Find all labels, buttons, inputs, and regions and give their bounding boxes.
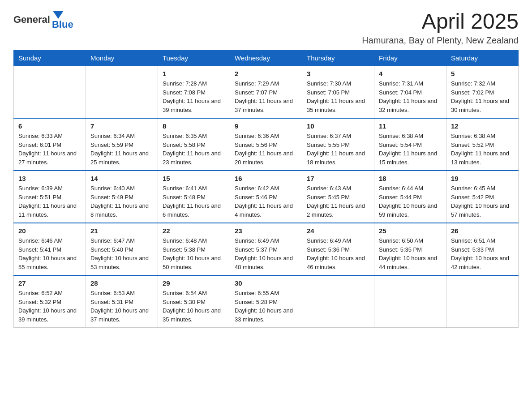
sun-info: Sunrise: 6:48 AMSunset: 5:38 PMDaylight:… bbox=[163, 236, 225, 271]
calendar-cell: 30Sunrise: 6:55 AMSunset: 5:28 PMDayligh… bbox=[230, 275, 302, 328]
calendar-cell: 19Sunrise: 6:45 AMSunset: 5:42 PMDayligh… bbox=[446, 171, 519, 223]
calendar-cell: 12Sunrise: 6:38 AMSunset: 5:52 PMDayligh… bbox=[446, 118, 519, 171]
sun-info: Sunrise: 6:38 AMSunset: 5:54 PMDaylight:… bbox=[379, 132, 442, 167]
location-subtitle: Hamurana, Bay of Plenty, New Zealand bbox=[362, 35, 519, 46]
title-section: April 2025 Hamurana, Bay of Plenty, New … bbox=[362, 9, 519, 46]
day-number: 15 bbox=[163, 175, 225, 182]
sun-info: Sunrise: 7:29 AMSunset: 7:07 PMDaylight:… bbox=[235, 79, 297, 114]
calendar-cell: 16Sunrise: 6:42 AMSunset: 5:46 PMDayligh… bbox=[230, 171, 302, 223]
calendar-header-monday: Monday bbox=[86, 51, 158, 66]
day-number: 17 bbox=[307, 175, 369, 182]
sun-info: Sunrise: 6:35 AMSunset: 5:58 PMDaylight:… bbox=[163, 132, 225, 167]
calendar-cell bbox=[14, 66, 86, 118]
day-number: 22 bbox=[163, 227, 225, 235]
calendar-cell: 6Sunrise: 6:33 AMSunset: 6:01 PMDaylight… bbox=[14, 118, 86, 171]
day-number: 27 bbox=[18, 279, 81, 287]
month-year-title: April 2025 bbox=[362, 9, 519, 34]
calendar-cell bbox=[446, 275, 519, 328]
calendar-week-row: 6Sunrise: 6:33 AMSunset: 6:01 PMDaylight… bbox=[14, 118, 519, 171]
calendar-header-row: SundayMondayTuesdayWednesdayThursdayFrid… bbox=[14, 51, 519, 66]
calendar-cell: 28Sunrise: 6:53 AMSunset: 5:31 PMDayligh… bbox=[86, 275, 158, 328]
sun-info: Sunrise: 6:45 AMSunset: 5:42 PMDaylight:… bbox=[451, 184, 514, 219]
calendar-cell: 1Sunrise: 7:28 AMSunset: 7:08 PMDaylight… bbox=[158, 66, 230, 118]
day-number: 10 bbox=[307, 122, 369, 130]
calendar-cell: 2Sunrise: 7:29 AMSunset: 7:07 PMDaylight… bbox=[230, 66, 302, 118]
day-number: 5 bbox=[451, 70, 514, 77]
day-number: 12 bbox=[451, 122, 514, 130]
calendar-cell: 13Sunrise: 6:39 AMSunset: 5:51 PMDayligh… bbox=[14, 171, 86, 223]
sun-info: Sunrise: 7:30 AMSunset: 7:05 PMDaylight:… bbox=[307, 79, 369, 114]
day-number: 28 bbox=[90, 279, 153, 287]
day-number: 30 bbox=[235, 279, 297, 287]
logo-text-general: General bbox=[13, 14, 50, 26]
calendar-cell: 20Sunrise: 6:46 AMSunset: 5:41 PMDayligh… bbox=[14, 223, 86, 275]
calendar-cell: 4Sunrise: 7:31 AMSunset: 7:04 PMDaylight… bbox=[374, 66, 446, 118]
calendar-cell bbox=[302, 275, 374, 328]
day-number: 8 bbox=[163, 122, 225, 130]
day-number: 11 bbox=[379, 122, 442, 130]
page-header: General Blue April 2025 Hamurana, Bay of… bbox=[13, 9, 519, 46]
sun-info: Sunrise: 6:33 AMSunset: 6:01 PMDaylight:… bbox=[18, 132, 81, 167]
day-number: 25 bbox=[379, 227, 442, 235]
logo-triangle-icon bbox=[53, 11, 64, 19]
day-number: 18 bbox=[379, 175, 442, 182]
day-number: 2 bbox=[235, 70, 297, 77]
calendar-header-saturday: Saturday bbox=[446, 51, 519, 66]
calendar-header-friday: Friday bbox=[374, 51, 446, 66]
calendar-cell: 27Sunrise: 6:52 AMSunset: 5:32 PMDayligh… bbox=[14, 275, 86, 328]
sun-info: Sunrise: 6:34 AMSunset: 5:59 PMDaylight:… bbox=[90, 132, 153, 167]
calendar-cell: 14Sunrise: 6:40 AMSunset: 5:49 PMDayligh… bbox=[86, 171, 158, 223]
day-number: 9 bbox=[235, 122, 297, 130]
calendar-cell: 3Sunrise: 7:30 AMSunset: 7:05 PMDaylight… bbox=[302, 66, 374, 118]
sun-info: Sunrise: 6:37 AMSunset: 5:55 PMDaylight:… bbox=[307, 132, 369, 167]
day-number: 1 bbox=[163, 70, 225, 77]
sun-info: Sunrise: 6:39 AMSunset: 5:51 PMDaylight:… bbox=[18, 184, 81, 219]
day-number: 7 bbox=[90, 122, 153, 130]
sun-info: Sunrise: 6:44 AMSunset: 5:44 PMDaylight:… bbox=[379, 184, 442, 219]
sun-info: Sunrise: 6:54 AMSunset: 5:30 PMDaylight:… bbox=[163, 289, 225, 324]
logo-text-blue: Blue bbox=[52, 19, 73, 30]
day-number: 13 bbox=[18, 175, 81, 182]
calendar-cell bbox=[86, 66, 158, 118]
sun-info: Sunrise: 6:38 AMSunset: 5:52 PMDaylight:… bbox=[451, 132, 514, 167]
day-number: 16 bbox=[235, 175, 297, 182]
calendar-cell: 22Sunrise: 6:48 AMSunset: 5:38 PMDayligh… bbox=[158, 223, 230, 275]
day-number: 6 bbox=[18, 122, 81, 130]
calendar-cell: 5Sunrise: 7:32 AMSunset: 7:02 PMDaylight… bbox=[446, 66, 519, 118]
calendar-header-sunday: Sunday bbox=[14, 51, 86, 66]
day-number: 20 bbox=[18, 227, 81, 235]
sun-info: Sunrise: 6:53 AMSunset: 5:31 PMDaylight:… bbox=[90, 289, 153, 324]
calendar-week-row: 20Sunrise: 6:46 AMSunset: 5:41 PMDayligh… bbox=[14, 223, 519, 275]
calendar-cell: 7Sunrise: 6:34 AMSunset: 5:59 PMDaylight… bbox=[86, 118, 158, 171]
calendar-cell: 21Sunrise: 6:47 AMSunset: 5:40 PMDayligh… bbox=[86, 223, 158, 275]
calendar-cell: 23Sunrise: 6:49 AMSunset: 5:37 PMDayligh… bbox=[230, 223, 302, 275]
sun-info: Sunrise: 6:50 AMSunset: 5:35 PMDaylight:… bbox=[379, 236, 442, 271]
calendar-cell: 17Sunrise: 6:43 AMSunset: 5:45 PMDayligh… bbox=[302, 171, 374, 223]
calendar-week-row: 1Sunrise: 7:28 AMSunset: 7:08 PMDaylight… bbox=[14, 66, 519, 118]
calendar-week-row: 13Sunrise: 6:39 AMSunset: 5:51 PMDayligh… bbox=[14, 171, 519, 223]
calendar-cell: 15Sunrise: 6:41 AMSunset: 5:48 PMDayligh… bbox=[158, 171, 230, 223]
sun-info: Sunrise: 7:32 AMSunset: 7:02 PMDaylight:… bbox=[451, 79, 514, 114]
calendar-week-row: 27Sunrise: 6:52 AMSunset: 5:32 PMDayligh… bbox=[14, 275, 519, 328]
sun-info: Sunrise: 6:42 AMSunset: 5:46 PMDaylight:… bbox=[235, 184, 297, 219]
calendar-header-tuesday: Tuesday bbox=[158, 51, 230, 66]
sun-info: Sunrise: 6:43 AMSunset: 5:45 PMDaylight:… bbox=[307, 184, 369, 219]
day-number: 26 bbox=[451, 227, 514, 235]
day-number: 23 bbox=[235, 227, 297, 235]
day-number: 3 bbox=[307, 70, 369, 77]
day-number: 19 bbox=[451, 175, 514, 182]
sun-info: Sunrise: 6:41 AMSunset: 5:48 PMDaylight:… bbox=[163, 184, 225, 219]
sun-info: Sunrise: 6:49 AMSunset: 5:37 PMDaylight:… bbox=[235, 236, 297, 271]
calendar-cell: 25Sunrise: 6:50 AMSunset: 5:35 PMDayligh… bbox=[374, 223, 446, 275]
calendar-cell: 9Sunrise: 6:36 AMSunset: 5:56 PMDaylight… bbox=[230, 118, 302, 171]
calendar-cell: 26Sunrise: 6:51 AMSunset: 5:33 PMDayligh… bbox=[446, 223, 519, 275]
sun-info: Sunrise: 6:36 AMSunset: 5:56 PMDaylight:… bbox=[235, 132, 297, 167]
day-number: 14 bbox=[90, 175, 153, 182]
sun-info: Sunrise: 6:55 AMSunset: 5:28 PMDaylight:… bbox=[235, 289, 297, 324]
day-number: 24 bbox=[307, 227, 369, 235]
sun-info: Sunrise: 6:52 AMSunset: 5:32 PMDaylight:… bbox=[18, 289, 81, 324]
sun-info: Sunrise: 6:49 AMSunset: 5:36 PMDaylight:… bbox=[307, 236, 369, 271]
calendar-cell: 11Sunrise: 6:38 AMSunset: 5:54 PMDayligh… bbox=[374, 118, 446, 171]
sun-info: Sunrise: 7:31 AMSunset: 7:04 PMDaylight:… bbox=[379, 79, 442, 114]
calendar-table: SundayMondayTuesdayWednesdayThursdayFrid… bbox=[13, 50, 519, 328]
